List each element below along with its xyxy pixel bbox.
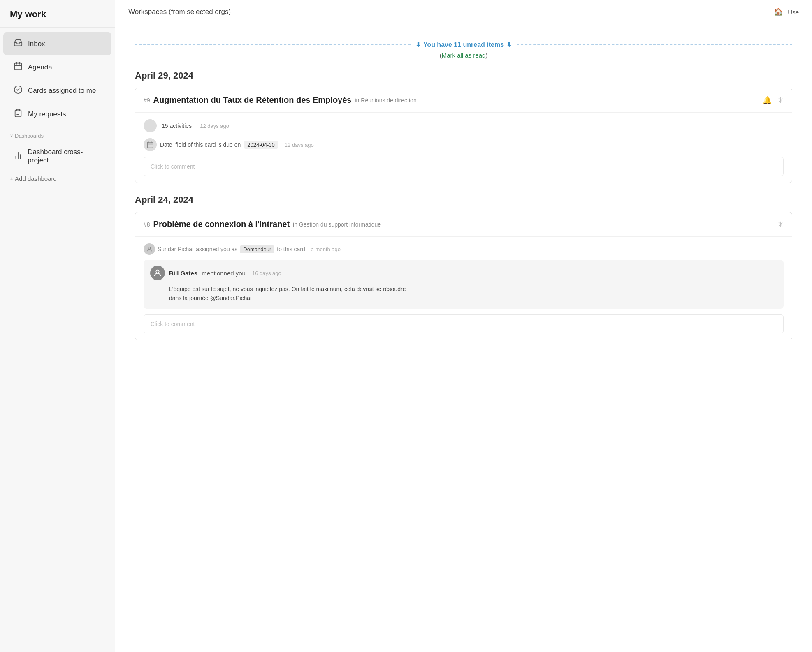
card-1-comment-box[interactable]: Click to comment	[144, 157, 784, 176]
inbox-content: ⬇ You have 11 unread items ⬇ (Mark all a…	[115, 24, 812, 652]
card-2-header: #8 Problème de connexion à l'intranet in…	[135, 212, 792, 237]
unread-line-left	[135, 44, 411, 45]
inbox-icon	[13, 38, 23, 49]
unread-text: ⬇ You have 11 unread items ⬇	[411, 41, 517, 49]
card-2-header-left: #8 Problème de connexion à l'intranet in…	[144, 220, 381, 229]
snowflake-icon[interactable]: ✳	[777, 96, 784, 105]
card-2: #8 Problème de connexion à l'intranet in…	[135, 212, 792, 340]
date-badge: 2024-04-30	[244, 141, 278, 149]
sidebar-title: My work	[0, 0, 115, 28]
arrow-down-right: ⬇	[506, 41, 512, 49]
unread-line-right	[517, 44, 792, 45]
role-badge: Demandeur	[240, 245, 274, 253]
card-1: #9 Augmentation du Taux de Rétention des…	[135, 88, 792, 183]
date-label-april-29: April 29, 2024	[135, 70, 792, 81]
card-1-date-row: Date field of this card is due on 2024-0…	[144, 138, 784, 151]
mark-all-read-container: (Mark all as read)	[440, 52, 488, 59]
mention-time: 16 days ago	[252, 270, 281, 276]
card-2-header-icons: ✳	[777, 220, 784, 229]
sidebar-item-cards-label: Cards assigned to me	[28, 87, 96, 95]
card-2-workspace: in Gestion du support informatique	[293, 221, 381, 228]
card-2-number: #8	[144, 221, 150, 228]
card-2-assign-row: Sundar Pichai assigned you as Demandeur …	[144, 243, 784, 255]
date-label-april-24: April 24, 2024	[135, 194, 792, 205]
card-2-comment-box[interactable]: Click to comment	[144, 314, 784, 333]
assign-time: a month ago	[311, 246, 341, 252]
svg-point-15	[148, 247, 150, 249]
card-1-workspace: in Réunions de direction	[355, 97, 416, 104]
svg-rect-11	[147, 142, 153, 148]
circle-check-icon	[13, 85, 23, 96]
svg-point-16	[156, 270, 159, 273]
add-dashboard-button[interactable]: + Add dashboard	[0, 171, 115, 186]
header-right: 🏠 Use	[774, 7, 799, 16]
svg-rect-0	[15, 63, 22, 70]
card-1-body: 15 activities 12 days ago Date field of …	[135, 113, 792, 183]
sidebar-item-requests[interactable]: My requests	[3, 103, 111, 125]
bell-icon[interactable]: 🔔	[763, 96, 772, 105]
card-1-header-icons: 🔔 ✳	[763, 96, 784, 105]
date-section-april-24: April 24, 2024 #8 Problème de connexion …	[135, 194, 792, 340]
sidebar-item-agenda[interactable]: Agenda	[3, 56, 111, 79]
bar-chart-icon	[13, 151, 23, 162]
clipboard-icon	[13, 109, 23, 120]
card-1-title[interactable]: Augmentation du Taux de Rétention des Em…	[153, 95, 352, 105]
main-header: Workspaces (from selected orgs) 🏠 Use	[115, 0, 812, 24]
card-1-date-avatar	[144, 138, 157, 151]
user-label: Use	[788, 9, 799, 16]
card-2-snowflake-icon[interactable]: ✳	[777, 220, 784, 229]
card-1-number: #9	[144, 97, 150, 104]
sundar-avatar	[144, 243, 155, 255]
mention-body-line1: L'équipe est sur le sujet, ne vous inqui…	[169, 286, 406, 292]
mention-name: Bill Gates	[169, 270, 197, 277]
card-2-title[interactable]: Problème de connexion à l'intranet	[153, 220, 290, 229]
sidebar-item-requests-label: My requests	[28, 110, 66, 118]
date-field-label: Date	[160, 141, 172, 148]
chevron-icon: ∨	[10, 133, 13, 139]
assign-text-pre: Sundar Pichai	[158, 246, 193, 252]
assign-text-mid: assigned you as	[196, 246, 237, 252]
card-1-activity-avatar	[144, 119, 157, 132]
sidebar-item-inbox-label: Inbox	[28, 40, 45, 48]
workspace-label: Workspaces (from selected orgs)	[128, 8, 231, 16]
card-1-activity-count: 15 activities	[162, 123, 192, 129]
unread-banner: ⬇ You have 11 unread items ⬇ (Mark all a…	[135, 41, 792, 59]
sidebar-item-cards[interactable]: Cards assigned to me	[3, 79, 111, 102]
date-field-desc: field of this card is due on	[176, 141, 241, 148]
sidebar: My work Inbox Agenda	[0, 0, 115, 652]
sidebar-item-dashboard-cross-project[interactable]: Dashboard cross-project	[3, 142, 111, 170]
main-content-area: Workspaces (from selected orgs) 🏠 Use ⬇ …	[115, 0, 812, 652]
svg-rect-5	[16, 109, 19, 111]
assign-text-post: to this card	[277, 246, 305, 252]
card-2-mention-block: Bill Gates mentionned you 16 days ago L'…	[144, 260, 784, 309]
mention-body-line2: dans la journée @Sundar.Pichai	[169, 295, 251, 301]
calendar-icon	[13, 62, 23, 73]
mention-action: mentionned you	[202, 270, 246, 277]
card-2-body: Sundar Pichai assigned you as Demandeur …	[135, 237, 792, 340]
sidebar-nav: Inbox Agenda Cards assigned to me	[0, 28, 115, 190]
mention-body: L'équipe est sur le sujet, ne vous inqui…	[150, 284, 777, 303]
sidebar-item-inbox[interactable]: Inbox	[3, 32, 111, 55]
date-section-april-29: April 29, 2024 #9 Augmentation du Taux d…	[135, 70, 792, 183]
home-icon: 🏠	[774, 7, 783, 16]
date-field-time: 12 days ago	[285, 142, 314, 148]
card-1-header-left: #9 Augmentation du Taux de Rétention des…	[144, 95, 417, 105]
card-1-activity-time: 12 days ago	[200, 123, 229, 129]
sidebar-item-agenda-label: Agenda	[28, 63, 52, 72]
sidebar-item-dashboard-label: Dashboard cross-project	[28, 148, 102, 164]
dashboards-section-label: ∨ Dashboards	[0, 126, 115, 141]
bill-gates-avatar	[150, 266, 165, 280]
card-1-header: #9 Augmentation du Taux de Rétention des…	[135, 88, 792, 113]
mention-header: Bill Gates mentionned you 16 days ago	[150, 266, 777, 280]
card-1-activity-row: 15 activities 12 days ago	[144, 119, 784, 132]
mark-all-read-link[interactable]: Mark all as read	[442, 52, 486, 59]
arrow-down-left: ⬇	[415, 41, 421, 49]
